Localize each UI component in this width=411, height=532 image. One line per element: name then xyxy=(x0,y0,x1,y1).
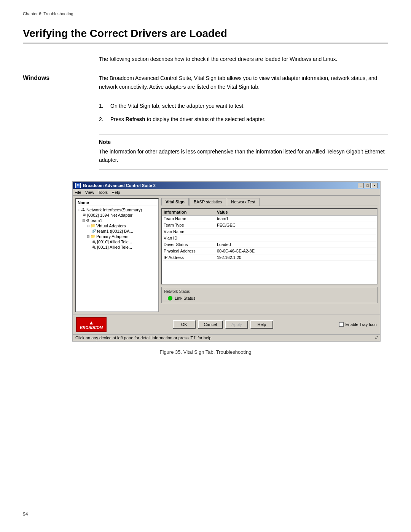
windows-section: Windows The Broadcom Advanced Control Su… xyxy=(23,74,388,91)
menu-file[interactable]: File xyxy=(75,190,81,195)
info-row-team-name: Team Name team1 xyxy=(162,216,377,222)
dialog-title: Broadcom Advanced Control Suite 2 xyxy=(83,183,156,188)
tree-label: team1 ([0012] BA... xyxy=(97,229,133,233)
expand-icon: ⊟ xyxy=(82,219,85,222)
info-row-vlan-name: Vlan Name xyxy=(162,228,377,235)
menu-view[interactable]: View xyxy=(85,190,94,195)
expand-icon: ⊟ xyxy=(87,224,90,228)
network-status-box: Network Status Link Status xyxy=(161,287,378,303)
network-status-title: Network Status xyxy=(164,289,375,294)
info-value xyxy=(217,229,375,234)
apply-button[interactable]: Apply xyxy=(225,320,248,329)
folder-icon: 🖧 xyxy=(81,208,85,212)
step-1-text: On the Vital Sign tab, select the adapte… xyxy=(110,102,245,110)
figure-caption: Figure 35. Vital Sign Tab, Troubleshooti… xyxy=(23,349,388,355)
expand-icon: ⊟ xyxy=(78,208,81,212)
info-value: FEC/GEC xyxy=(217,223,375,227)
note-content: The information for other adapters is le… xyxy=(99,147,388,165)
info-value xyxy=(217,236,375,240)
folder-icon: 📁 xyxy=(91,224,95,228)
col2-header: Value xyxy=(217,210,375,214)
page-number: 94 xyxy=(23,511,28,517)
step-2: Press Refresh to display the driver stat… xyxy=(99,115,388,123)
tree-label: team1 xyxy=(91,218,102,223)
info-row-driver-status: Driver Status Loaded xyxy=(162,241,377,248)
tree-header: Name xyxy=(78,200,157,206)
tree-item-1394[interactable]: 🖥 [0002] 1394 Net Adapter xyxy=(78,212,157,218)
tree-item-team1-ba[interactable]: 🔗 team1 ([0012] BA... xyxy=(78,228,157,234)
nic-icon: 🔌 xyxy=(91,245,96,249)
dialog-window: ⊞ Broadcom Advanced Control Suite 2 _ □ … xyxy=(72,181,381,342)
tree-label: Virtual Adapters xyxy=(96,224,126,228)
tree-item-network-interfaces[interactable]: ⊟ 🖧 Network Interfaces(Summary) xyxy=(78,207,157,212)
tab-bar: Vital Sign BASP statistics Network Test xyxy=(161,198,378,206)
note-box: Note The information for other adapters … xyxy=(99,134,388,169)
tray-checkbox-box[interactable] xyxy=(339,322,344,327)
team-icon: ⚙ xyxy=(86,218,89,222)
info-row-team-type: Team Type FEC/GEC xyxy=(162,222,377,228)
info-label: Physical Address xyxy=(164,249,217,253)
tree-item-0010[interactable]: 🔌 [0010] Allied Tele... xyxy=(78,239,157,244)
tree-pane[interactable]: Name ⊟ 🖧 Network Interfaces(Summary) 🖥 [… xyxy=(75,198,159,312)
ok-button[interactable]: OK xyxy=(173,320,196,329)
cancel-button[interactable]: Cancel xyxy=(198,320,223,329)
tree-label: [0002] 1394 Net Adapter xyxy=(87,213,132,217)
app-icon: ⊞ xyxy=(75,183,81,188)
link-status-indicator xyxy=(168,296,172,300)
menu-tools[interactable]: Tools xyxy=(98,190,108,195)
windows-description: The Broadcom Advanced Control Suite, Vit… xyxy=(99,74,388,91)
restore-button[interactable]: □ xyxy=(365,183,371,188)
dialog-menu: File View Tools Help xyxy=(73,189,380,196)
info-label: IP Address xyxy=(164,255,217,260)
adapter-icon: 🖥 xyxy=(82,213,86,217)
info-row-vlan-id: Vlan ID xyxy=(162,235,377,241)
info-value: Loaded xyxy=(217,242,375,247)
expand-icon: ⊟ xyxy=(87,235,90,238)
step-1: On the Vital Sign tab, select the adapte… xyxy=(99,102,388,110)
dialog-buttons: ▲ BROADCOM OK Cancel Apply Help Enable T… xyxy=(73,315,380,334)
menu-help[interactable]: Help xyxy=(112,190,120,195)
tree-item-primary[interactable]: ⊟ 📁 Primary Adapters xyxy=(78,234,157,239)
tab-vital-sign[interactable]: Vital Sign xyxy=(161,198,189,206)
close-button[interactable]: × xyxy=(371,183,378,188)
info-label: Vlan ID xyxy=(164,236,217,240)
logo-arrow: ▲ xyxy=(80,320,103,326)
tree-item-team1[interactable]: ⊟ ⚙ team1 xyxy=(78,218,157,223)
step-2-text: Press Refresh to display the driver stat… xyxy=(110,115,266,123)
info-row-ip-address: IP Address 192.162.1.20 xyxy=(162,254,377,261)
nic-icon: 🔌 xyxy=(91,240,96,244)
col1-header: Information xyxy=(164,210,217,214)
section-title: Verifying the Correct Drivers are Loaded xyxy=(23,27,388,43)
info-label: Team Type xyxy=(164,223,217,227)
broadcom-logo: ▲ BROADCOM xyxy=(76,317,107,332)
tree-label: Network Interfaces(Summary) xyxy=(86,208,142,212)
tree-item-virtual[interactable]: ⊟ 📁 Virtual Adapters xyxy=(78,223,157,228)
help-button[interactable]: Help xyxy=(250,320,273,329)
dialog-titlebar: ⊞ Broadcom Advanced Control Suite 2 _ □ … xyxy=(73,182,380,189)
tree-label: Primary Adapters xyxy=(96,234,128,239)
tab-basp[interactable]: BASP statistics xyxy=(190,198,226,206)
dialog-body: Name ⊟ 🖧 Network Interfaces(Summary) 🖥 [… xyxy=(73,196,380,315)
info-value: 00-0C-46-CE-A2-8E xyxy=(217,249,375,253)
dialog-statusbar: Click on any device at left pane for det… xyxy=(73,334,380,341)
intro-text: The following section describes how to c… xyxy=(99,55,388,63)
status-text: Click on any device at left pane for det… xyxy=(75,335,213,340)
info-label: Driver Status xyxy=(164,242,217,247)
tray-checkbox[interactable]: Enable Tray Icon xyxy=(339,322,377,327)
tree-label: [0010] Allied Tele... xyxy=(97,240,132,244)
info-grid: Information Value Team Name team1 Team T… xyxy=(161,208,378,284)
link-status-row: Link Status xyxy=(164,296,375,300)
adapter-icon: 🔗 xyxy=(91,229,96,233)
resize-grip: // xyxy=(375,335,378,340)
tree-item-0011[interactable]: 🔌 [0011] Allied Tele... xyxy=(78,244,157,250)
info-label: Team Name xyxy=(164,216,217,221)
chapter-label: Chapter 6: Troubleshooting xyxy=(23,11,388,16)
tab-network-test[interactable]: Network Test xyxy=(227,198,259,206)
steps-list: On the Vital Sign tab, select the adapte… xyxy=(99,102,388,123)
minimize-button[interactable]: _ xyxy=(358,183,364,188)
titlebar-left: ⊞ Broadcom Advanced Control Suite 2 xyxy=(75,183,156,188)
info-label: Vlan Name xyxy=(164,229,217,234)
titlebar-buttons[interactable]: _ □ × xyxy=(358,183,378,188)
logo-text: BROADCOM xyxy=(80,326,103,330)
info-grid-header: Information Value xyxy=(162,209,377,216)
